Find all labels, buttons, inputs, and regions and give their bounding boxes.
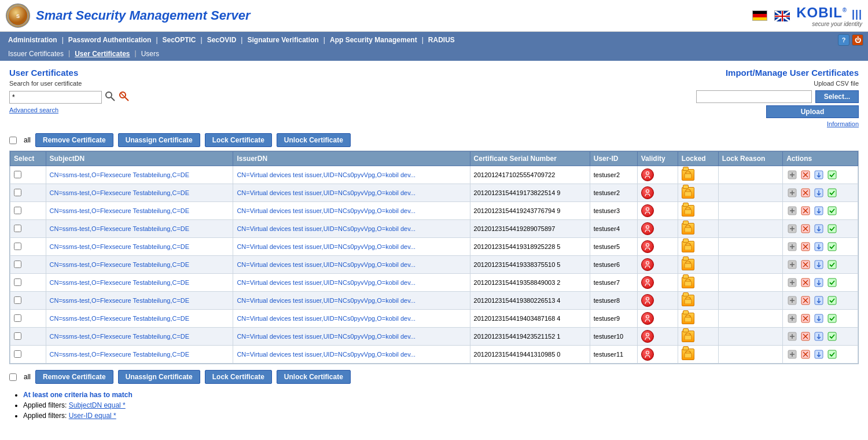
row-checkbox[interactable] <box>14 171 21 178</box>
add-action-icon[interactable] <box>786 205 798 217</box>
assign-action-icon[interactable] <box>826 259 838 270</box>
delete-action-icon[interactable] <box>800 349 811 360</box>
issuer-dn-link[interactable]: CN=Virtual devices test issuer,UID=NCs0p… <box>237 351 415 358</box>
row-checkbox[interactable] <box>14 278 21 286</box>
remove-certificate-button-bottom[interactable]: Remove Certificate <box>35 370 113 384</box>
subject-dn-link[interactable]: CN=ssms-test,O=Flexsecure Testabteilung,… <box>50 225 190 232</box>
assign-action-icon[interactable] <box>826 223 838 234</box>
clear-search-button[interactable] <box>118 90 130 104</box>
filter2-link[interactable]: User-ID equal * <box>69 412 116 420</box>
subject-dn-link[interactable]: CN=ssms-test,O=Flexsecure Testabteilung,… <box>50 279 190 286</box>
assign-action-icon[interactable] <box>826 277 838 288</box>
nav-signature-verification[interactable]: Signature Verification <box>244 35 322 45</box>
issuer-dn-link[interactable]: CN=Virtual devices test issuer,UID=NCs0p… <box>237 225 415 232</box>
delete-action-icon[interactable] <box>800 277 811 288</box>
subject-dn-link[interactable]: CN=ssms-test,O=Flexsecure Testabteilung,… <box>50 333 190 340</box>
upload-button[interactable]: Upload <box>766 105 859 118</box>
assign-action-icon[interactable] <box>826 331 838 342</box>
row-checkbox[interactable] <box>14 350 21 358</box>
download-action-icon[interactable] <box>813 187 825 199</box>
assign-action-icon[interactable] <box>826 241 838 252</box>
assign-action-icon[interactable] <box>826 169 838 181</box>
row-checkbox[interactable] <box>14 314 21 322</box>
add-action-icon[interactable] <box>786 313 798 324</box>
download-action-icon[interactable] <box>813 223 825 234</box>
issuer-dn-link[interactable]: CN=Virtual devices test issuer,UID=NCs0p… <box>237 171 415 178</box>
flag-german[interactable] <box>752 10 767 21</box>
delete-action-icon[interactable] <box>800 241 811 252</box>
delete-action-icon[interactable] <box>800 205 811 217</box>
issuer-dn-link[interactable]: CN=Virtual devices test issuer,UID=NCs0p… <box>237 315 415 322</box>
issuer-dn-link[interactable]: CN=Virtual devices test issuer,UID=NCs0p… <box>237 261 415 268</box>
download-action-icon[interactable] <box>813 277 825 288</box>
subject-dn-link[interactable]: CN=ssms-test,O=Flexsecure Testabteilung,… <box>50 261 190 268</box>
nav-password-authentication[interactable]: Password Authentication <box>65 35 155 45</box>
nav-secoptic[interactable]: SecOPTIC <box>159 35 200 45</box>
subnav-issuer-certificates[interactable]: Issuer Certificates <box>5 49 67 58</box>
logout-button[interactable]: ⏻ <box>852 34 863 46</box>
delete-action-icon[interactable] <box>800 187 811 199</box>
subject-dn-link[interactable]: CN=ssms-test,O=Flexsecure Testabteilung,… <box>50 243 190 250</box>
delete-action-icon[interactable] <box>800 313 811 324</box>
delete-action-icon[interactable] <box>800 295 811 306</box>
delete-action-icon[interactable] <box>800 259 811 270</box>
download-action-icon[interactable] <box>813 169 825 181</box>
subject-dn-link[interactable]: CN=ssms-test,O=Flexsecure Testabteilung,… <box>50 315 190 322</box>
download-action-icon[interactable] <box>813 295 825 306</box>
assign-action-icon[interactable] <box>826 187 838 199</box>
advanced-search-link[interactable]: Advanced search <box>9 107 130 113</box>
add-action-icon[interactable] <box>786 259 798 270</box>
row-checkbox[interactable] <box>14 207 21 214</box>
select-file-button[interactable]: Select... <box>815 90 859 103</box>
add-action-icon[interactable] <box>786 349 798 360</box>
delete-action-icon[interactable] <box>800 223 811 234</box>
flag-uk[interactable] <box>774 10 789 21</box>
row-checkbox[interactable] <box>14 261 21 268</box>
issuer-dn-link[interactable]: CN=Virtual devices test issuer,UID=NCs0p… <box>237 189 415 196</box>
subject-dn-link[interactable]: CN=ssms-test,O=Flexsecure Testabteilung,… <box>50 297 190 304</box>
row-checkbox[interactable] <box>14 189 21 196</box>
add-action-icon[interactable] <box>786 295 798 306</box>
search-input[interactable] <box>9 91 102 104</box>
unassign-certificate-button-top[interactable]: Unassign Certificate <box>118 133 200 147</box>
download-action-icon[interactable] <box>813 205 825 217</box>
subnav-user-certificates[interactable]: User Certificates <box>71 49 133 58</box>
issuer-dn-link[interactable]: CN=Virtual devices test issuer,UID=NCs0p… <box>237 279 415 286</box>
information-link[interactable]: Information <box>696 120 859 127</box>
select-all-checkbox-top[interactable] <box>9 137 17 144</box>
add-action-icon[interactable] <box>786 169 798 181</box>
help-button[interactable]: ? <box>838 34 849 46</box>
add-action-icon[interactable] <box>786 331 798 342</box>
unlock-certificate-button-top[interactable]: Unlock Certificate <box>277 133 351 147</box>
subject-dn-link[interactable]: CN=ssms-test,O=Flexsecure Testabteilung,… <box>50 351 190 358</box>
add-action-icon[interactable] <box>786 241 798 252</box>
add-action-icon[interactable] <box>786 277 798 288</box>
select-all-checkbox-bottom[interactable] <box>9 373 17 381</box>
assign-action-icon[interactable] <box>826 295 838 306</box>
delete-action-icon[interactable] <box>800 169 811 181</box>
issuer-dn-link[interactable]: CN=Virtual devices test issuer,UID=NCs0p… <box>237 333 415 340</box>
subject-dn-link[interactable]: CN=ssms-test,O=Flexsecure Testabteilung,… <box>50 171 190 178</box>
subnav-users[interactable]: Users <box>138 49 163 58</box>
delete-action-icon[interactable] <box>800 331 811 342</box>
subject-dn-link[interactable]: CN=ssms-test,O=Flexsecure Testabteilung,… <box>50 207 190 214</box>
row-checkbox[interactable] <box>14 296 21 304</box>
add-action-icon[interactable] <box>786 223 798 234</box>
csv-file-input[interactable] <box>696 90 812 103</box>
row-checkbox[interactable] <box>14 225 21 232</box>
add-action-icon[interactable] <box>786 187 798 199</box>
subject-dn-link[interactable]: CN=ssms-test,O=Flexsecure Testabteilung,… <box>50 189 190 196</box>
unassign-certificate-button-bottom[interactable]: Unassign Certificate <box>118 370 200 384</box>
download-action-icon[interactable] <box>813 241 825 252</box>
remove-certificate-button-top[interactable]: Remove Certificate <box>35 133 113 147</box>
nav-radius[interactable]: RADIUS <box>425 35 458 45</box>
assign-action-icon[interactable] <box>826 205 838 217</box>
unlock-certificate-button-bottom[interactable]: Unlock Certificate <box>277 370 351 384</box>
nav-secovid[interactable]: SecOVID <box>204 35 240 45</box>
issuer-dn-link[interactable]: CN=Virtual devices test issuer,UID=NCs0p… <box>237 297 415 304</box>
lock-certificate-button-top[interactable]: Lock Certificate <box>205 133 272 147</box>
assign-action-icon[interactable] <box>826 349 838 360</box>
search-button[interactable] <box>104 90 116 104</box>
row-checkbox[interactable] <box>14 243 21 250</box>
download-action-icon[interactable] <box>813 313 825 324</box>
